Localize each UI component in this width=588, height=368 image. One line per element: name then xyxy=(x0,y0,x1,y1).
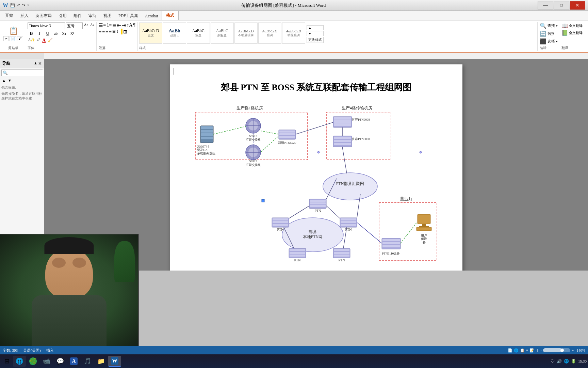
find-btn[interactable]: 🔍 查找 ▾ xyxy=(540,22,558,29)
taskbar-item-5[interactable]: 🎵 xyxy=(81,356,94,367)
change-styles-btn[interactable]: 更改样式 xyxy=(307,37,324,43)
svg-rect-36 xyxy=(334,137,351,139)
copy-btn[interactable]: 📄 xyxy=(10,36,16,41)
font-name-input[interactable] xyxy=(28,22,65,29)
font-size-down-btn[interactable]: A↓ xyxy=(89,22,95,29)
style-scroll-up[interactable]: ▲ xyxy=(307,25,324,30)
full-translate2-btn[interactable]: 📗 全文翻译 xyxy=(561,30,586,36)
font-size-input[interactable] xyxy=(66,22,83,29)
nav-down-btn[interactable]: ▼ xyxy=(7,78,12,83)
style-normal[interactable]: AaBbCcD 正文 xyxy=(139,22,162,44)
subscript-btn[interactable]: X₂ xyxy=(60,30,68,37)
line-spacing-btn[interactable]: ↕ xyxy=(116,29,118,35)
align-right-btn[interactable]: ≡ xyxy=(105,29,108,35)
superscript-btn[interactable]: X² xyxy=(68,30,76,37)
italic-btn[interactable]: I xyxy=(36,30,43,37)
bold-btn[interactable]: B xyxy=(28,30,35,37)
indent-increase-btn[interactable]: ⇥ xyxy=(122,22,126,28)
tray-volume[interactable]: 🔊 xyxy=(557,359,562,364)
style-h1[interactable]: AaBb 标题 1 xyxy=(163,22,186,44)
zoom-handle[interactable] xyxy=(560,349,564,352)
svg-rect-71 xyxy=(273,221,288,223)
tab-view[interactable]: 视图 xyxy=(100,12,115,20)
view-btn-5[interactable]: 📝 xyxy=(529,348,534,353)
style-scroll-down[interactable]: ▼ xyxy=(307,31,324,36)
tab-insert[interactable]: 插入 xyxy=(17,12,32,20)
view-btn-4[interactable]: ≡ xyxy=(526,348,528,352)
tray-battery[interactable]: 🔋 xyxy=(571,359,576,364)
nav-search-input[interactable] xyxy=(9,70,44,76)
minimize-btn[interactable]: — xyxy=(538,1,553,10)
full-translate-btn[interactable]: 📖 全文翻译 xyxy=(561,22,586,29)
border-btn[interactable]: ⊞ xyxy=(123,29,127,35)
sort-btn[interactable]: ↕A xyxy=(127,22,132,28)
nav-expand-btn[interactable]: ▲ xyxy=(34,61,37,66)
style-strong-emphasis[interactable]: AaBbCcD 明显强调 xyxy=(282,22,305,44)
taskbar-item-word[interactable]: W xyxy=(108,356,121,367)
cut-btn[interactable]: ✂ xyxy=(3,36,9,41)
zoom-slider[interactable] xyxy=(543,348,570,352)
tab-start[interactable]: 开始 xyxy=(1,11,17,20)
quick-save[interactable]: 💾 xyxy=(10,3,15,7)
align-center-btn[interactable]: ≡ xyxy=(102,29,105,35)
maximize-btn[interactable]: □ xyxy=(554,1,569,10)
indent-decrease-btn[interactable]: ⇤ xyxy=(117,22,121,28)
nav-close-btn[interactable]: ✕ xyxy=(38,61,42,66)
view-btn-3[interactable]: 📋 xyxy=(520,348,525,353)
tab-format-active[interactable]: 格式 xyxy=(162,11,179,20)
show-marks-btn[interactable]: ¶ xyxy=(133,22,135,28)
style-subtle-emphasis[interactable]: AaBbCcD 不明显强调 xyxy=(234,22,258,44)
underline-btn[interactable]: U xyxy=(44,30,51,37)
zoom-plus[interactable]: + xyxy=(572,348,574,352)
start-btn[interactable]: ⊞ xyxy=(1,356,12,367)
tab-pdf[interactable]: PDF工具集 xyxy=(115,12,142,20)
numbered-list-btn[interactable]: 1≡ xyxy=(107,22,112,28)
strikethrough-btn[interactable]: ab xyxy=(52,30,60,37)
quick-dropdown[interactable]: ▾ xyxy=(27,3,29,7)
tray-antivirus[interactable]: 🛡 xyxy=(551,359,555,364)
view-btn-2[interactable]: 🌐 xyxy=(514,348,519,353)
close-btn[interactable]: ✕ xyxy=(570,1,585,10)
font-size-up-btn[interactable]: A↑ xyxy=(83,22,89,29)
nav-search-icon[interactable]: 🔍 xyxy=(2,71,9,76)
zoom-minus[interactable]: - xyxy=(540,348,542,352)
view-btn-1[interactable]: 📄 xyxy=(508,348,512,353)
align-justify-btn[interactable]: ≡ xyxy=(109,29,112,35)
paste-btn[interactable]: 📋 xyxy=(9,27,18,35)
style-subtitle[interactable]: AaBbC 副标题 xyxy=(211,22,234,44)
tab-references[interactable]: 引用 xyxy=(55,12,70,20)
tab-mail[interactable]: 邮件 xyxy=(70,12,85,20)
taskbar-item-3[interactable]: 💬 xyxy=(54,356,67,367)
clear-format-btn[interactable]: 🧹 xyxy=(47,37,53,44)
replace-btn[interactable]: 🔄 替换 xyxy=(540,30,558,37)
tab-acrobat[interactable]: Acrobat xyxy=(142,12,162,20)
taskbar-item-2[interactable]: 📹 xyxy=(40,356,53,367)
shading-btn[interactable]: ▐ xyxy=(119,29,122,35)
align-left-btn[interactable]: ≡ xyxy=(99,29,101,35)
style-emphasis[interactable]: AaBbCcD 强调 xyxy=(258,22,281,44)
svg-rect-67 xyxy=(341,224,356,226)
taskbar-item-6[interactable]: 📁 xyxy=(95,356,108,367)
text-effect-btn[interactable]: A✨ xyxy=(28,37,35,44)
select-btn[interactable]: ⬛ 选择 ▾ xyxy=(540,38,558,45)
taskbar-item-4[interactable]: A xyxy=(67,356,80,367)
bullet-list-btn[interactable]: ☰≡ xyxy=(99,22,106,28)
col-btn[interactable]: ⊟ xyxy=(112,29,116,35)
quick-redo[interactable]: ↷ xyxy=(22,3,25,7)
tray-network[interactable]: 🌐 xyxy=(564,359,569,364)
highlight-btn[interactable]: 🖊 xyxy=(36,37,41,44)
nav-up-btn[interactable]: ▲ xyxy=(1,78,6,83)
tab-page-layout[interactable]: 页面布局 xyxy=(32,12,55,20)
edit-group: 🔍 查找 ▾ 🔄 替换 ⬛ 选择 ▾ 编辑 xyxy=(538,22,560,51)
style-title[interactable]: AaBbC 标题 xyxy=(187,22,210,44)
quick-undo[interactable]: ↶ xyxy=(17,3,20,7)
svg-line-88 xyxy=(296,122,333,134)
tab-review[interactable]: 审阅 xyxy=(85,12,100,20)
multilevel-list-btn[interactable]: ≣ xyxy=(112,22,116,28)
taskbar-item-1[interactable]: 🌿 xyxy=(27,356,39,367)
format-painter-btn[interactable]: 🖌 xyxy=(17,36,23,41)
font-color-btn[interactable]: A xyxy=(42,37,46,44)
taskbar-item-0[interactable]: 🌐 xyxy=(13,356,26,367)
translate-label-group: 翻译 xyxy=(561,46,586,50)
tray-clock[interactable]: 15:30 xyxy=(578,359,587,363)
